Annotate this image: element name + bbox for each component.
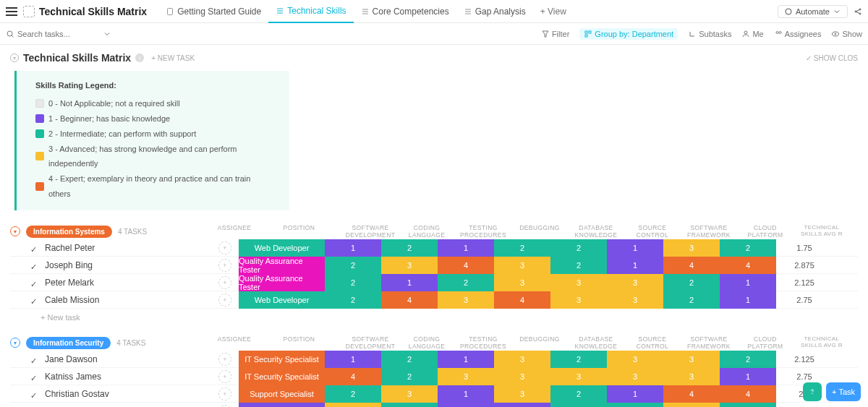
skill-cell[interactable]: 1	[607, 385, 663, 403]
check-icon[interactable]	[30, 356, 38, 363]
table-row[interactable]: Katniss James + IT Security Specialist 4…	[10, 368, 858, 385]
share-icon[interactable]	[854, 7, 862, 16]
check-icon[interactable]	[30, 296, 38, 304]
tab-core-competencies[interactable]: Core Competencies	[354, 0, 456, 23]
skill-cell[interactable]: 1	[720, 291, 776, 309]
skill-cell[interactable]: 2	[438, 274, 494, 291]
check-icon[interactable]	[30, 262, 38, 269]
skill-cell[interactable]: 3	[494, 368, 550, 385]
skill-cell[interactable]: 3	[663, 403, 720, 407]
skill-cell[interactable]: 1	[381, 274, 438, 291]
skill-cell[interactable]: 2	[550, 403, 607, 407]
chevron-down-icon[interactable]	[103, 30, 111, 38]
skill-cell[interactable]: 2	[720, 403, 776, 407]
add-assignee-button[interactable]: +	[218, 241, 231, 254]
table-row[interactable]: Bianca Jefferson + Software Engineer 321…	[10, 403, 858, 407]
skill-cell[interactable]: 4	[720, 385, 776, 403]
add-assignee-button[interactable]: +	[218, 370, 231, 383]
position-cell[interactable]: Quality Assurance Tester	[239, 257, 325, 274]
add-assignee-button[interactable]: +	[218, 353, 231, 366]
skill-cell[interactable]: 4	[663, 257, 720, 274]
table-row[interactable]: Christian Gostav + Support Specialist 23…	[10, 385, 858, 403]
add-assignee-button[interactable]: +	[218, 294, 231, 307]
table-row[interactable]: Rachel Peter + Web Developer 12122132 1.…	[10, 239, 858, 257]
skill-cell[interactable]: 3	[494, 351, 550, 368]
new-task-row[interactable]: + New task	[10, 309, 858, 322]
skill-cell[interactable]: 3	[607, 368, 663, 385]
skill-cell[interactable]: 3	[494, 274, 550, 291]
skill-cell[interactable]: 3	[325, 403, 381, 407]
skill-cell[interactable]: 3	[663, 368, 720, 385]
skill-cell[interactable]: 3	[438, 368, 494, 385]
skill-cell[interactable]: 2	[381, 239, 438, 257]
collapse-all-icon[interactable]: ▾	[10, 53, 19, 62]
skill-cell[interactable]: 1	[607, 257, 663, 274]
skill-cell[interactable]: 1	[325, 351, 381, 368]
skill-cell[interactable]: 2	[325, 257, 381, 274]
skill-cell[interactable]: 2	[325, 274, 381, 291]
skill-cell[interactable]: 2	[663, 274, 720, 291]
skill-cell[interactable]: 2	[550, 257, 607, 274]
info-icon[interactable]: i	[135, 53, 144, 62]
group-badge[interactable]: Information Security	[26, 337, 111, 349]
tab-getting-started[interactable]: Getting Started Guide	[158, 0, 268, 23]
skill-cell[interactable]: 3	[663, 239, 720, 257]
group-toggle-icon[interactable]: ▾	[10, 226, 20, 236]
skill-cell[interactable]: 4	[663, 385, 720, 403]
skill-cell[interactable]: 2	[607, 403, 663, 407]
check-icon[interactable]	[30, 390, 38, 398]
skill-cell[interactable]: 4	[381, 291, 438, 309]
table-row[interactable]: Joseph Bing + Quality Assurance Tester 2…	[10, 257, 858, 274]
add-assignee-button[interactable]: +	[218, 276, 231, 289]
skill-cell[interactable]: 2	[720, 239, 776, 257]
table-row[interactable]: Caleb Mission + Web Developer 24343321 2…	[10, 291, 858, 309]
group-toggle-icon[interactable]: ▾	[10, 338, 20, 348]
search-box[interactable]	[6, 30, 111, 38]
skill-cell[interactable]: 1	[720, 368, 776, 385]
group-by-button[interactable]: Group by: Department	[579, 28, 678, 40]
subtasks-button[interactable]: Subtasks	[688, 30, 731, 38]
check-icon[interactable]	[30, 279, 38, 286]
position-cell[interactable]: Software Engineer	[239, 403, 325, 407]
skill-cell[interactable]: 2	[381, 351, 438, 368]
skill-cell[interactable]: 3	[381, 385, 438, 403]
skill-cell[interactable]: 4	[494, 291, 550, 309]
check-icon[interactable]	[30, 244, 38, 252]
skill-cell[interactable]: 4	[438, 257, 494, 274]
skill-cell[interactable]: 2	[550, 385, 607, 403]
position-cell[interactable]: Web Developer	[239, 239, 325, 257]
add-assignee-button[interactable]: +	[218, 387, 231, 400]
skill-cell[interactable]: 4	[720, 257, 776, 274]
position-cell[interactable]: Support Specialist	[239, 385, 325, 403]
skill-cell[interactable]: 3	[607, 291, 663, 309]
position-cell[interactable]: IT Security Specialist	[239, 351, 325, 368]
skill-cell[interactable]: 3	[550, 368, 607, 385]
position-cell[interactable]: IT Security Specialist	[239, 368, 325, 385]
show-button[interactable]: Show	[831, 30, 862, 38]
table-row[interactable]: Peter Melark + Quality Assurance Tester …	[10, 274, 858, 291]
skill-cell[interactable]: 2	[381, 403, 438, 407]
position-cell[interactable]: Quality Assurance Tester	[239, 274, 325, 291]
search-input[interactable]	[17, 30, 97, 38]
skill-cell[interactable]: 2	[325, 291, 381, 309]
skill-cell[interactable]: 2	[494, 239, 550, 257]
skill-cell[interactable]: 3	[607, 351, 663, 368]
new-task-button[interactable]: + NEW TASK	[151, 54, 195, 62]
me-button[interactable]: Me	[741, 30, 763, 38]
skill-cell[interactable]: 1	[438, 403, 494, 407]
tab-gap-analysis[interactable]: Gap Analysis	[456, 0, 533, 23]
skill-cell[interactable]: 2	[720, 351, 776, 368]
skill-cell[interactable]: 3	[381, 257, 438, 274]
table-row[interactable]: Jane Dawson + IT Security Specialist 121…	[10, 351, 858, 368]
add-view-button[interactable]: + View	[533, 0, 574, 23]
skill-cell[interactable]: 3	[438, 291, 494, 309]
group-badge[interactable]: Information Systems	[26, 226, 112, 238]
position-cell[interactable]: Web Developer	[239, 291, 325, 309]
skill-cell[interactable]: 2	[325, 385, 381, 403]
skill-cell[interactable]: 1	[438, 239, 494, 257]
skill-cell[interactable]: 1	[720, 274, 776, 291]
help-button[interactable]	[803, 382, 822, 401]
skill-cell[interactable]: 3	[663, 351, 720, 368]
skill-cell[interactable]: 3	[494, 257, 550, 274]
add-assignee-button[interactable]: +	[218, 405, 231, 407]
